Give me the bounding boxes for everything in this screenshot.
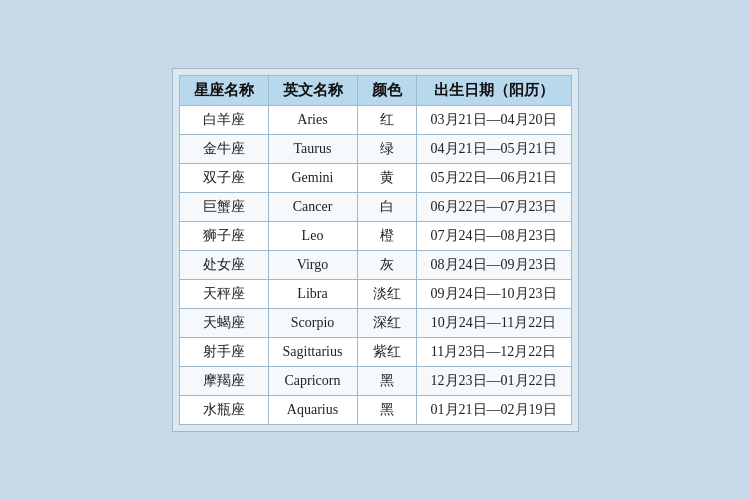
table-cell-r1-c0: 金牛座 xyxy=(179,135,268,164)
table-cell-r4-c0: 狮子座 xyxy=(179,222,268,251)
table-cell-r10-c0: 水瓶座 xyxy=(179,396,268,425)
table-cell-r0-c1: Aries xyxy=(268,106,357,135)
table-cell-r1-c3: 04月21日—05月21日 xyxy=(416,135,571,164)
table-cell-r7-c2: 深红 xyxy=(357,309,416,338)
table-header-row: 星座名称英文名称颜色出生日期（阳历） xyxy=(179,76,571,106)
table-cell-r5-c2: 灰 xyxy=(357,251,416,280)
col-header-3: 出生日期（阳历） xyxy=(416,76,571,106)
table-cell-r8-c1: Sagittarius xyxy=(268,338,357,367)
table-cell-r9-c3: 12月23日—01月22日 xyxy=(416,367,571,396)
table-cell-r9-c2: 黑 xyxy=(357,367,416,396)
table-cell-r8-c0: 射手座 xyxy=(179,338,268,367)
table-row: 天蝎座Scorpio深红10月24日—11月22日 xyxy=(179,309,571,338)
table-cell-r3-c2: 白 xyxy=(357,193,416,222)
table-cell-r0-c0: 白羊座 xyxy=(179,106,268,135)
table-row: 处女座Virgo灰08月24日—09月23日 xyxy=(179,251,571,280)
table-row: 金牛座Taurus绿04月21日—05月21日 xyxy=(179,135,571,164)
table-cell-r0-c2: 红 xyxy=(357,106,416,135)
table-cell-r8-c3: 11月23日—12月22日 xyxy=(416,338,571,367)
table-cell-r3-c0: 巨蟹座 xyxy=(179,193,268,222)
table-cell-r0-c3: 03月21日—04月20日 xyxy=(416,106,571,135)
table-cell-r6-c1: Libra xyxy=(268,280,357,309)
table-cell-r5-c0: 处女座 xyxy=(179,251,268,280)
table-cell-r1-c1: Taurus xyxy=(268,135,357,164)
table-cell-r2-c3: 05月22日—06月21日 xyxy=(416,164,571,193)
table-cell-r6-c3: 09月24日—10月23日 xyxy=(416,280,571,309)
table-cell-r10-c2: 黑 xyxy=(357,396,416,425)
table-cell-r7-c3: 10月24日—11月22日 xyxy=(416,309,571,338)
table-cell-r2-c2: 黄 xyxy=(357,164,416,193)
table-row: 巨蟹座Cancer白06月22日—07月23日 xyxy=(179,193,571,222)
table-body: 白羊座Aries红03月21日—04月20日金牛座Taurus绿04月21日—0… xyxy=(179,106,571,425)
table-row: 摩羯座Capricorn黑12月23日—01月22日 xyxy=(179,367,571,396)
table-cell-r1-c2: 绿 xyxy=(357,135,416,164)
table-row: 白羊座Aries红03月21日—04月20日 xyxy=(179,106,571,135)
table-cell-r7-c1: Scorpio xyxy=(268,309,357,338)
table-cell-r6-c2: 淡红 xyxy=(357,280,416,309)
table-cell-r5-c3: 08月24日—09月23日 xyxy=(416,251,571,280)
zodiac-table: 星座名称英文名称颜色出生日期（阳历） 白羊座Aries红03月21日—04月20… xyxy=(179,75,572,425)
table-cell-r9-c0: 摩羯座 xyxy=(179,367,268,396)
table-cell-r10-c3: 01月21日—02月19日 xyxy=(416,396,571,425)
table-cell-r5-c1: Virgo xyxy=(268,251,357,280)
table-wrapper: 星座名称英文名称颜色出生日期（阳历） 白羊座Aries红03月21日—04月20… xyxy=(172,68,579,432)
table-cell-r4-c1: Leo xyxy=(268,222,357,251)
col-header-0: 星座名称 xyxy=(179,76,268,106)
table-cell-r3-c3: 06月22日—07月23日 xyxy=(416,193,571,222)
table-cell-r2-c0: 双子座 xyxy=(179,164,268,193)
table-cell-r6-c0: 天秤座 xyxy=(179,280,268,309)
table-cell-r9-c1: Capricorn xyxy=(268,367,357,396)
table-cell-r3-c1: Cancer xyxy=(268,193,357,222)
table-row: 射手座Sagittarius紫红11月23日—12月22日 xyxy=(179,338,571,367)
table-cell-r4-c2: 橙 xyxy=(357,222,416,251)
table-cell-r10-c1: Aquarius xyxy=(268,396,357,425)
table-cell-r8-c2: 紫红 xyxy=(357,338,416,367)
table-row: 双子座Gemini黄05月22日—06月21日 xyxy=(179,164,571,193)
col-header-1: 英文名称 xyxy=(268,76,357,106)
col-header-2: 颜色 xyxy=(357,76,416,106)
table-row: 水瓶座Aquarius黑01月21日—02月19日 xyxy=(179,396,571,425)
table-cell-r7-c0: 天蝎座 xyxy=(179,309,268,338)
table-cell-r4-c3: 07月24日—08月23日 xyxy=(416,222,571,251)
table-row: 天秤座Libra淡红09月24日—10月23日 xyxy=(179,280,571,309)
table-row: 狮子座Leo橙07月24日—08月23日 xyxy=(179,222,571,251)
table-cell-r2-c1: Gemini xyxy=(268,164,357,193)
